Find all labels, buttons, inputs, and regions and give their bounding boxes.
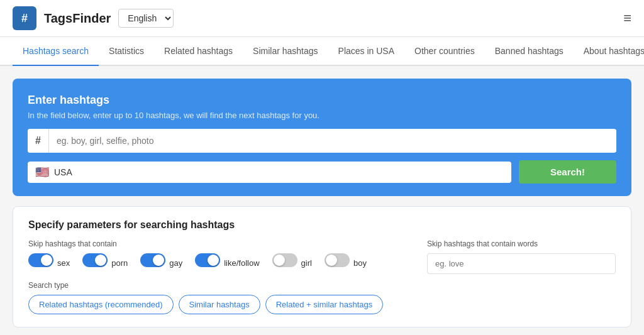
- hashtag-input[interactable]: [49, 129, 616, 152]
- search-type-label: Search type: [28, 281, 402, 290]
- nav-item-banned-hashtags[interactable]: Banned hashtags: [485, 37, 574, 66]
- search-panel-subtitle: In the field below, enter up to 10 hasht…: [28, 111, 616, 120]
- country-input[interactable]: [54, 167, 504, 177]
- toggle-girl-slider: [272, 253, 297, 267]
- hashtag-input-row: #: [28, 129, 616, 153]
- main-content: Enter hashtags In the field below, enter…: [0, 66, 644, 335]
- toggle-gay-label: gay: [169, 258, 182, 268]
- toggle-sex-switch[interactable]: [28, 253, 53, 267]
- toggle-gay: gay: [140, 253, 182, 272]
- toggle-boy-slider: [325, 253, 350, 267]
- toggle-boy-switch[interactable]: [325, 253, 350, 267]
- nav-item-similar-hashtags[interactable]: Similar hashtags: [243, 37, 328, 66]
- logo-area: # TagsFinder English: [13, 6, 174, 30]
- toggle-porn-label: porn: [111, 258, 128, 268]
- logo-icon: #: [13, 6, 36, 30]
- toggle-porn: porn: [82, 253, 128, 272]
- nav-item-about-hashtags[interactable]: About hashtags: [574, 37, 644, 66]
- logo-symbol: #: [21, 12, 28, 25]
- toggle-gay-switch[interactable]: [140, 253, 165, 267]
- main-nav: Hashtags search Statistics Related hasht…: [0, 37, 644, 66]
- toggle-boy: boy: [325, 253, 367, 272]
- params-two-col: Skip hashtags that contain sex: [28, 239, 616, 314]
- toggle-girl-switch[interactable]: [272, 253, 297, 267]
- skip-row: Skip hashtags that contain sex: [28, 239, 402, 272]
- nav-item-other-countries[interactable]: Other countries: [404, 37, 485, 66]
- nav-item-hashtags-search[interactable]: Hashtags search: [13, 37, 99, 66]
- type-btn-related[interactable]: Related hashtags (recommended): [28, 295, 174, 314]
- search-type-row: Search type Related hashtags (recommende…: [28, 281, 402, 314]
- toggle-porn-switch[interactable]: [82, 253, 108, 267]
- nav-item-statistics[interactable]: Statistics: [99, 37, 154, 66]
- toggle-porn-slider: [82, 253, 108, 267]
- nav-item-related-hashtags[interactable]: Related hashtags: [154, 37, 243, 66]
- logo-text: TagsFinder: [44, 11, 111, 26]
- toggle-girl: girl: [272, 253, 312, 272]
- toggle-like-follow-slider: [195, 253, 220, 267]
- skip-label: Skip hashtags that contain: [28, 239, 402, 248]
- toggle-boy-label: boy: [353, 258, 367, 268]
- toggle-sex-slider: [28, 253, 53, 267]
- search-panel-title: Enter hashtags: [28, 94, 616, 107]
- params-right: Skip hashtags that contain words: [427, 239, 616, 274]
- params-panel: Specify parameters for searching hashtag…: [13, 206, 631, 327]
- country-input-wrap: 🇺🇸: [28, 162, 511, 183]
- country-search-row: 🇺🇸 Search!: [28, 160, 616, 184]
- type-btn-similar[interactable]: Similar hashtags: [179, 295, 260, 314]
- skip-words-input[interactable]: [427, 253, 616, 274]
- toggle-sex-label: sex: [57, 258, 70, 268]
- header: # TagsFinder English ≡: [0, 0, 644, 37]
- toggle-like-follow: like/follow: [195, 253, 259, 272]
- params-left: Skip hashtags that contain sex: [28, 239, 402, 314]
- hamburger-menu[interactable]: ≡: [623, 11, 631, 25]
- flag-icon: 🇺🇸: [35, 167, 49, 178]
- toggle-like-follow-switch[interactable]: [195, 253, 220, 267]
- hashtag-prefix: #: [28, 129, 49, 153]
- toggles-row: sex porn: [28, 253, 402, 272]
- search-button[interactable]: Search!: [519, 160, 616, 184]
- type-buttons: Related hashtags (recommended) Similar h…: [28, 295, 402, 314]
- type-btn-related-similar[interactable]: Related + similar hashtags: [265, 295, 384, 314]
- toggle-gay-slider: [140, 253, 165, 267]
- toggle-girl-label: girl: [301, 258, 312, 268]
- search-panel: Enter hashtags In the field below, enter…: [13, 79, 631, 196]
- nav-item-places-usa[interactable]: Places in USA: [328, 37, 404, 66]
- skip-words-label: Skip hashtags that contain words: [427, 239, 616, 248]
- language-select[interactable]: English: [118, 9, 174, 28]
- params-title: Specify parameters for searching hashtag…: [28, 219, 616, 231]
- toggle-sex: sex: [28, 253, 70, 272]
- toggle-like-follow-label: like/follow: [224, 258, 259, 268]
